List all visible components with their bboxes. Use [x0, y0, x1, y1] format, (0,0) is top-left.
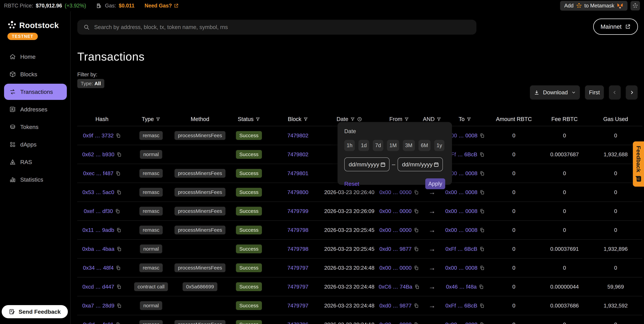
copy-icon[interactable] [116, 171, 121, 176]
to-address-link[interactable]: 0x00 … 0008 [445, 227, 477, 233]
copy-icon[interactable] [414, 303, 419, 308]
date-range-6M[interactable]: 6M [418, 140, 430, 151]
copy-icon[interactable] [116, 246, 122, 252]
block-link[interactable]: 7479802 [288, 132, 308, 139]
date-range-1d[interactable]: 1d [358, 140, 369, 151]
download-button[interactable]: Download [530, 86, 580, 100]
copy-icon[interactable] [480, 171, 485, 176]
to-address-link[interactable]: 0xFf … 6BcB [445, 302, 477, 309]
copy-icon[interactable] [116, 133, 121, 138]
block-link[interactable]: 7479802 [288, 151, 308, 158]
tx-hash-link[interactable]: 0x34 … 48f4 [83, 265, 114, 271]
copy-icon[interactable] [480, 133, 485, 138]
copy-icon[interactable] [480, 190, 485, 195]
next-page-button[interactable] [626, 86, 638, 100]
sidebar-item-dapps[interactable]: dApps [0, 136, 70, 153]
copy-icon[interactable] [480, 208, 485, 214]
tx-hash-link[interactable]: 0xcd … d447 [82, 284, 114, 290]
tx-hash-link[interactable]: 0xef … df30 [84, 208, 113, 214]
need-gas-link[interactable]: Need Gas? [145, 3, 179, 9]
copy-icon[interactable] [414, 322, 419, 324]
from-address-link[interactable]: 0x00 … 0000 [380, 208, 412, 214]
tx-hash-link[interactable]: 0xec … f487 [83, 170, 114, 176]
date-range-1h[interactable]: 1h [344, 140, 355, 151]
date-range-3M[interactable]: 3M [403, 140, 415, 151]
mainnet-switch-button[interactable]: Mainnet [593, 18, 638, 35]
type-filter-chip[interactable]: Type:All [77, 79, 104, 88]
block-link[interactable]: 7479799 [288, 208, 308, 214]
block-link[interactable]: 7479796 [288, 322, 308, 324]
filter-funnel-icon[interactable] [436, 117, 441, 122]
tx-hash-link[interactable]: 0x53 … 5ac0 [82, 189, 114, 196]
filter-funnel-icon[interactable] [467, 117, 471, 122]
calendar-icon[interactable] [434, 162, 439, 167]
copy-icon[interactable] [116, 303, 122, 308]
search-input[interactable] [94, 24, 470, 30]
copy-icon[interactable] [479, 152, 484, 157]
date-to-input[interactable]: dd/mm/yyyy [398, 158, 443, 171]
filter-funnel-icon[interactable] [304, 117, 308, 122]
copy-icon[interactable] [116, 265, 121, 270]
copy-icon[interactable] [414, 190, 419, 195]
calendar-icon[interactable] [380, 162, 386, 167]
copy-icon[interactable] [115, 208, 120, 214]
copy-icon[interactable] [480, 265, 485, 270]
date-range-1y[interactable]: 1y [434, 140, 444, 151]
block-link[interactable]: 7479798 [288, 246, 308, 252]
date-from-input[interactable]: dd/mm/yyyy [344, 158, 390, 171]
copy-icon[interactable] [116, 152, 122, 157]
from-address-link[interactable]: 0x00 … 0000 [380, 265, 412, 271]
to-address-link[interactable]: 0xFf … 6BcB [445, 246, 477, 252]
from-address-link[interactable]: 0xd0 … 9877 [380, 302, 412, 309]
send-feedback-button[interactable]: Send Feedback [2, 305, 68, 318]
tx-hash-link[interactable]: 0x0d … fe91 [83, 322, 114, 324]
to-address-link[interactable]: 0x00 … 0008 [445, 189, 477, 196]
tx-hash-link[interactable]: 0xa7 … 28d9 [82, 302, 114, 309]
block-link[interactable]: 7479798 [288, 227, 308, 233]
filter-funnel-icon[interactable] [404, 117, 409, 122]
sidebar-item-ras[interactable]: RAS [0, 153, 70, 171]
block-link[interactable]: 7479797 [288, 265, 308, 271]
to-address-link[interactable]: 0x00 … 0008 [445, 265, 477, 271]
date-range-7d[interactable]: 7d [373, 140, 383, 151]
date-range-1M[interactable]: 1M [387, 140, 399, 151]
copy-icon[interactable] [414, 246, 419, 252]
prev-page-button[interactable] [609, 86, 621, 100]
copy-icon[interactable] [414, 284, 420, 290]
copy-icon[interactable] [480, 228, 485, 233]
date-filter-apply-button[interactable]: Apply [425, 178, 445, 189]
copy-icon[interactable] [414, 228, 419, 233]
copy-icon[interactable] [116, 228, 121, 233]
feedback-tab[interactable]: Feedback [633, 142, 644, 187]
copy-icon[interactable] [480, 322, 485, 324]
tx-hash-link[interactable]: 0xba … 4baa [82, 246, 114, 252]
copy-icon[interactable] [479, 303, 484, 308]
from-address-link[interactable]: 0x00 … 0000 [380, 322, 412, 324]
clock-icon[interactable] [357, 116, 362, 122]
to-address-link[interactable]: 0x00 … 0008 [445, 208, 477, 214]
to-address-link[interactable]: 0x46 … f48a [446, 284, 476, 290]
copy-icon[interactable] [116, 190, 122, 195]
sidebar-item-statistics[interactable]: Statistics [0, 171, 70, 188]
filter-funnel-icon[interactable] [350, 117, 355, 122]
tx-hash-link[interactable]: 0x62 … b930 [82, 151, 114, 158]
rootstock-logo[interactable]: Rootstock [7, 20, 70, 30]
first-page-button[interactable]: First [585, 86, 604, 100]
from-address-link[interactable]: 0xd0 … 9877 [380, 246, 412, 252]
tx-hash-link[interactable]: 0x11 … 9adb [82, 227, 114, 233]
from-address-link[interactable]: 0x00 … 0000 [380, 189, 412, 196]
add-to-metamask-button[interactable]: Add to Metamask [560, 1, 628, 11]
copy-icon[interactable] [116, 322, 121, 324]
rootstock-icon-button[interactable] [630, 1, 640, 10]
tx-hash-link[interactable]: 0x9f … 3732 [83, 132, 114, 139]
block-link[interactable]: 7479801 [288, 170, 308, 176]
sidebar-item-addresses[interactable]: Addresses [0, 100, 70, 118]
block-link[interactable]: 7479797 [288, 284, 308, 290]
sidebar-item-home[interactable]: Home [0, 48, 70, 66]
to-address-link[interactable]: 0x00 … 0008 [445, 322, 477, 324]
sidebar-item-tokens[interactable]: Tokens [0, 118, 70, 136]
copy-icon[interactable] [478, 284, 484, 290]
filter-funnel-icon[interactable] [156, 117, 160, 122]
copy-icon[interactable] [479, 246, 484, 252]
block-link[interactable]: 7479797 [288, 302, 308, 309]
